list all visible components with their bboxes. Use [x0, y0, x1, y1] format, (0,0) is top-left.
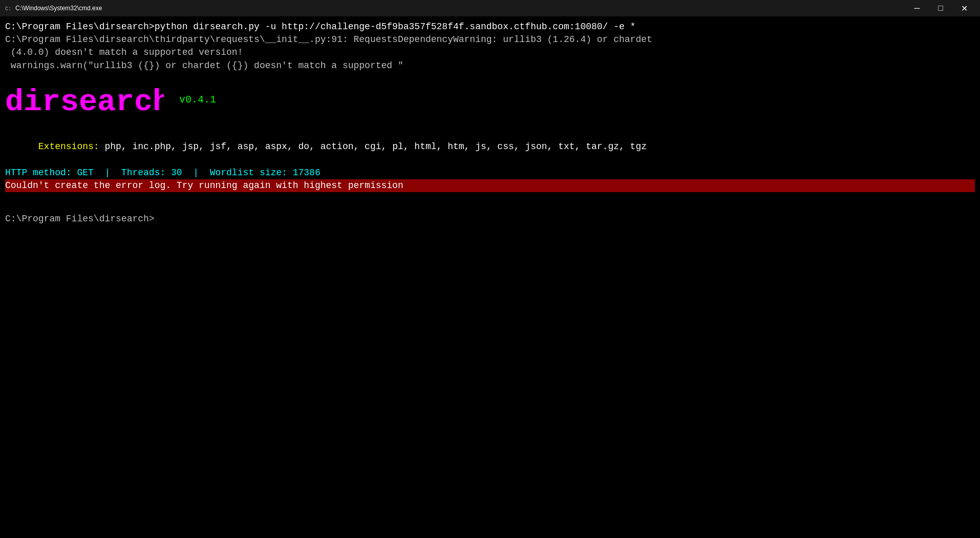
window-title: C:\Windows\System32\cmd.exe — [15, 5, 102, 12]
logo-container: .logo-char { font-family: 'Courier New',… — [5, 77, 975, 122]
terminal-body[interactable]: C:\Program Files\dirsearch>python dirsea… — [0, 16, 980, 538]
version-label: v0.4.1 — [179, 93, 216, 107]
title-bar: C: C:\Windows\System32\cmd.exe ─ □ ✕ — [0, 0, 980, 16]
prompt-line: C:\Program Files\dirsearch> — [5, 213, 975, 225]
extensions-line: Extensions: php, inc.php, jsp, jsf, asp,… — [5, 128, 975, 167]
error-line: Couldn't create the error log. Try runni… — [5, 179, 975, 192]
extensions-value: php, inc.php, jsp, jsf, asp, aspx, do, a… — [104, 141, 647, 152]
window-controls: ─ □ ✕ — [905, 0, 976, 16]
close-button[interactable]: ✕ — [952, 0, 976, 16]
warning-line-2: (4.0.0) doesn't match a supported versio… — [5, 46, 975, 59]
dirsearch-logo: .logo-char { font-family: 'Courier New',… — [5, 77, 164, 122]
maximize-button[interactable]: □ — [929, 0, 952, 16]
extensions-label: Extensions: — [38, 141, 105, 152]
cmd-window: C: C:\Windows\System32\cmd.exe ─ □ ✕ C:\… — [0, 0, 980, 538]
command-line: C:\Program Files\dirsearch>python dirsea… — [5, 20, 975, 33]
minimize-button[interactable]: ─ — [905, 0, 929, 16]
empty-line — [5, 192, 975, 205]
cmd-icon: C: — [4, 4, 12, 12]
svg-text:C:: C: — [5, 6, 11, 12]
svg-text:dirsearch: dirsearch — [5, 85, 164, 118]
warning-line-3: warnings.warn("urllib3 ({}) or chardet (… — [5, 59, 975, 72]
warning-line-1: C:\Program Files\dirsearch\thirdparty\re… — [5, 33, 975, 46]
title-bar-left: C: C:\Windows\System32\cmd.exe — [4, 4, 102, 12]
http-info-line: HTTP method: GET | Threads: 30 | Wordlis… — [5, 167, 975, 179]
